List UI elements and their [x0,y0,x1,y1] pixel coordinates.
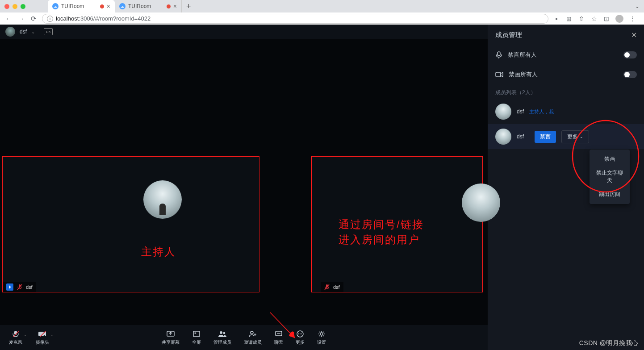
url-port: :3006 [79,15,93,22]
app-root: dsf ⌄ En 主持人 dsf [0,25,644,350]
window-controls[interactable] [4,4,25,9]
svg-point-11 [220,331,222,334]
more-button[interactable]: 更多 [296,330,305,346]
tab-favicon-icon: ☁ [52,3,59,9]
main-area: dsf ⌄ En 主持人 dsf [0,25,488,350]
tile-footer: dsf [3,282,36,292]
reload-button[interactable]: ⟳ [29,15,38,23]
mic-icon [495,51,502,59]
svg-rect-7 [14,331,17,335]
share-icon[interactable]: ⇧ [578,15,585,22]
member-actions-dropdown: 禁画 禁止文字聊天 踢出房间 [590,150,630,204]
camera-icon [38,330,47,338]
menu-icon[interactable]: ⋮ [629,15,636,22]
tab-overflow-icon[interactable]: ⌄ [635,3,640,9]
current-user-name: dsf [20,29,27,35]
recording-icon [167,4,171,8]
toolbar-label: 麦克风 [9,339,22,346]
chevron-down-icon: ⌄ [580,134,583,139]
camera-toggle-button[interactable]: 摄像头 ⌄ [36,330,49,346]
svg-point-17 [300,333,301,334]
mute-member-button[interactable]: 禁言 [535,131,556,143]
settings-button[interactable]: 设置 [317,330,326,346]
share-screen-icon [166,330,175,338]
participant-name: dsf [333,284,340,290]
camera-permission-icon[interactable]: ▪ [553,15,560,22]
chevron-down-icon[interactable]: ⌄ [50,333,54,337]
chat-button[interactable]: 聊天 [274,330,283,346]
toolbar-label: 邀请成员 [244,339,262,346]
mute-all-video-row: 禁画所有人 [488,65,644,84]
members-icon [218,330,227,338]
language-switch-icon[interactable]: En [44,28,53,35]
tab-title: TUIRoom [128,3,151,9]
tab-close-icon[interactable]: × [107,3,110,10]
mic-icon [11,330,20,338]
current-user-avatar[interactable] [5,27,15,37]
forward-button[interactable]: → [17,15,25,22]
participant-avatar [143,180,182,219]
mic-toggle-button[interactable]: 麦克风 ⌄ [9,330,22,346]
fullscreen-button[interactable]: 全屏 [192,330,201,346]
member-name: dsf [517,133,524,140]
svg-point-18 [301,333,302,334]
member-row-guest[interactable]: dsf 禁言 更多 ⌄ [488,124,644,149]
svg-rect-10 [193,331,200,337]
bookmark-icon[interactable]: ☆ [590,15,598,22]
share-screen-button[interactable]: 共享屏幕 [162,330,180,346]
tab-favicon-icon: ☁ [119,3,125,9]
member-list-header: 成员列表（2人） [488,84,644,99]
dropdown-mute-chat[interactable]: 禁止文字聊天 [590,166,630,188]
profile-avatar-icon[interactable] [615,15,623,23]
video-tile-host[interactable]: 主持人 dsf [2,156,259,292]
member-avatar [495,129,511,145]
tab-close-icon[interactable]: × [173,3,177,10]
maximize-window-icon[interactable] [21,4,25,9]
tab-bar: ☁ TUIRoom × ☁ TUIRoom × + ⌄ [0,0,644,12]
dropdown-mute-video[interactable]: 禁画 [590,152,630,166]
url-input[interactable]: i localhost:3006/#/room?roomId=4022 [42,14,548,24]
invite-button[interactable]: 邀请成员 [244,330,262,346]
chat-icon [274,330,283,338]
chevron-down-icon[interactable]: ⌄ [24,333,27,337]
more-label: 更多 [567,133,578,141]
site-info-icon[interactable]: i [47,16,53,22]
camera-icon [495,71,503,78]
toolbar-label: 全屏 [192,339,201,346]
video-tile-guest[interactable]: 通过房间号/链接 进入房间的用户 dsf [311,156,483,292]
members-panel: 成员管理 ✕ 禁言所有人 禁画所有人 成员列表（2人） dsf 主持人，我 [488,25,644,350]
member-row-host[interactable]: dsf 主持人，我 [488,99,644,124]
browser-tab-1[interactable]: ☁ TUIRoom × [48,0,115,12]
back-button[interactable]: ← [4,15,13,22]
annotation-host-label: 主持人 [141,245,176,259]
participant-name: dsf [26,284,33,290]
close-panel-icon[interactable]: ✕ [631,31,637,39]
close-window-icon[interactable] [4,4,9,9]
svg-point-19 [320,333,323,335]
svg-point-16 [298,333,299,334]
mute-all-video-label: 禁画所有人 [509,71,538,79]
toolbar-label: 设置 [317,339,326,346]
new-tab-button[interactable]: + [182,2,196,11]
mute-all-video-toggle[interactable] [623,71,637,78]
gear-icon [317,330,326,338]
extensions-icon[interactable]: ⊡ [603,15,610,22]
address-bar: ← → ⟳ i localhost:3006/#/room?roomId=402… [0,12,644,25]
toolbar-label: 摄像头 [36,339,49,346]
member-more-button[interactable]: 更多 ⌄ [561,130,589,143]
panel-title: 成员管理 [495,31,522,39]
mute-all-audio-toggle[interactable] [623,51,637,58]
chevron-down-icon[interactable]: ⌄ [31,29,35,34]
manage-members-button[interactable]: 管理成员 [213,330,231,346]
host-badge-icon [6,283,13,291]
mute-all-audio-label: 禁言所有人 [508,51,537,59]
svg-point-12 [223,332,226,334]
member-avatar [495,104,511,120]
browser-toolbar: ▪ ⊞ ⇧ ☆ ⊡ ⋮ [553,15,640,23]
browser-tab-2[interactable]: ☁ TUIRoom × [115,0,182,12]
minimize-window-icon[interactable] [13,4,17,9]
dropdown-kick[interactable]: 踢出房间 [590,188,630,201]
toolbar-label: 聊天 [274,339,283,346]
mute-all-audio-row: 禁言所有人 [488,45,644,65]
translate-icon[interactable]: ⊞ [565,15,573,22]
